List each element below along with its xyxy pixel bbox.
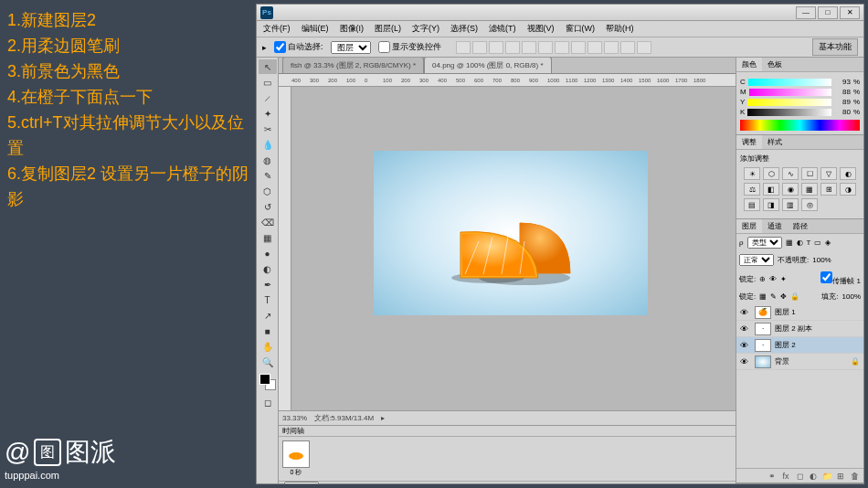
slider-m[interactable] [749, 89, 831, 96]
doc-tab-1[interactable]: fish @ 33.3% (图层 2, RGB/8/CMYK) * [282, 58, 424, 73]
zoom-level[interactable]: 33.33% [282, 414, 307, 422]
minimize-button[interactable]: — [796, 6, 816, 19]
adj-poster-icon[interactable]: ▤ [744, 198, 760, 211]
filter-smart-icon[interactable]: ◈ [825, 239, 831, 247]
menu-filter[interactable]: 滤镜(T) [486, 21, 519, 37]
eraser-tool[interactable]: ⌫ [259, 215, 277, 229]
new-layer-icon[interactable]: ⊞ [835, 471, 846, 482]
loop-select[interactable]: 永远 [284, 482, 319, 483]
slider-y[interactable] [747, 99, 831, 106]
blend-mode[interactable]: 正常 [739, 254, 774, 266]
visibility-icon[interactable]: 👁 [740, 357, 751, 366]
tween-button[interactable]: ⟳ [405, 483, 418, 484]
distribute-icon[interactable] [604, 41, 619, 54]
menu-layer[interactable]: 图层(L) [372, 21, 404, 37]
adj-levels-icon[interactable]: ⬡ [763, 167, 779, 180]
unify-style-icon[interactable]: ✦ [780, 275, 787, 283]
frame-1[interactable]: 0 秒 [282, 440, 310, 477]
move-tool[interactable]: ↖ [259, 59, 277, 74]
group-icon[interactable]: 📁 [821, 471, 832, 482]
auto-select-target[interactable]: 图层 [331, 41, 371, 54]
frame-duration[interactable]: 0 秒 [282, 468, 310, 477]
adj-selective-icon[interactable]: ◎ [801, 198, 818, 211]
opacity-value[interactable]: 100% [812, 256, 831, 264]
menu-file[interactable]: 文件(F) [260, 21, 293, 37]
layer-row[interactable]: 👁🍊图层 1 [736, 304, 863, 321]
layer-row[interactable]: 👁·图层 2 [736, 337, 863, 354]
menu-help[interactable]: 帮助(H) [603, 21, 637, 37]
visibility-icon[interactable]: 👁 [740, 341, 751, 350]
dodge-tool[interactable]: ◐ [259, 261, 277, 276]
layer-filter[interactable]: 类型 [747, 237, 782, 249]
next-frame-button[interactable]: ▶ [372, 483, 385, 484]
last-frame-button[interactable]: ⏭ [388, 483, 401, 484]
adj-curves-icon[interactable]: ∿ [782, 167, 799, 180]
tab-layers[interactable]: 图层 [736, 219, 762, 233]
play-button[interactable]: ▶ [355, 483, 368, 484]
menu-select[interactable]: 选择(S) [448, 21, 481, 37]
canvas[interactable] [291, 87, 736, 410]
distribute-icon[interactable] [555, 41, 569, 54]
fill-layer-icon[interactable]: ◐ [808, 471, 819, 482]
layer-row[interactable]: 👁·图层 2 副本 [736, 321, 863, 337]
path-tool[interactable]: ↗ [259, 308, 277, 323]
layer-row[interactable]: 👁背景🔒 [736, 354, 863, 370]
maximize-button[interactable]: □ [818, 6, 838, 19]
type-tool[interactable]: T [259, 292, 277, 307]
align-icon[interactable] [489, 41, 503, 54]
doc-tab-2[interactable]: 04.png @ 100% (图层 0, RGB/8) * [424, 58, 552, 73]
distribute-icon[interactable] [620, 41, 635, 54]
lock-pos-icon[interactable]: ✥ [780, 292, 787, 301]
align-icon[interactable] [505, 41, 520, 54]
stamp-tool[interactable]: ⬡ [259, 184, 277, 198]
gradient-tool[interactable]: ▦ [259, 230, 277, 245]
align-icon[interactable] [522, 41, 536, 54]
layer-name[interactable]: 图层 2 副本 [775, 324, 812, 334]
first-frame-button[interactable]: ⏮ [323, 483, 335, 484]
hand-tool[interactable]: ✋ [259, 339, 277, 354]
lock-trans-icon[interactable]: ▦ [759, 292, 767, 301]
link-icon[interactable]: ⚭ [767, 471, 778, 482]
adj-mixer-icon[interactable]: ▦ [801, 183, 818, 196]
tab-channels[interactable]: 通道 [762, 219, 788, 233]
layer-name[interactable]: 图层 2 [775, 340, 796, 350]
adj-exposure-icon[interactable]: ☐ [801, 167, 818, 180]
workspace-switcher[interactable]: 基本功能 [812, 38, 858, 56]
filter-adj-icon[interactable]: ◐ [797, 239, 803, 247]
menu-image[interactable]: 图像(I) [337, 21, 367, 37]
fg-color[interactable] [259, 374, 270, 385]
slider-c[interactable] [748, 79, 831, 86]
propagate-check[interactable] [820, 271, 832, 283]
quickmask-tool[interactable]: ◻ [259, 395, 277, 409]
spectrum-bar[interactable] [740, 120, 860, 131]
trash-icon[interactable]: 🗑 [849, 471, 860, 482]
align-icon[interactable] [538, 41, 553, 54]
prev-frame-button[interactable]: ◀ [339, 483, 352, 484]
adj-vibrance-icon[interactable]: ▽ [820, 167, 837, 180]
fill-value[interactable]: 100% [842, 292, 861, 301]
fx-icon[interactable]: fx [780, 471, 791, 482]
unify-pos-icon[interactable]: ⊕ [759, 275, 766, 283]
unify-vis-icon[interactable]: 👁 [769, 275, 777, 283]
slider-k[interactable] [747, 109, 831, 116]
distribute-icon[interactable] [571, 41, 586, 54]
delete-frame-button[interactable]: 🗑 [438, 483, 450, 484]
menu-type[interactable]: 文字(Y) [409, 21, 442, 37]
color-swatches[interactable] [259, 374, 276, 390]
menu-view[interactable]: 视图(V) [524, 21, 557, 37]
distribute-icon[interactable] [637, 41, 651, 54]
heal-tool[interactable]: ◍ [259, 153, 277, 167]
distribute-icon[interactable] [587, 41, 602, 54]
lasso-tool[interactable]: ⟋ [259, 90, 277, 105]
tab-swatches[interactable]: 色板 [762, 58, 788, 71]
new-frame-button[interactable]: ⊞ [421, 483, 434, 484]
adj-bw-icon[interactable]: ◧ [763, 183, 779, 196]
filter-type-icon[interactable]: T [807, 239, 811, 247]
eyedropper-tool[interactable]: 💧 [259, 137, 277, 152]
adj-invert-icon[interactable]: ◑ [840, 183, 856, 196]
history-brush-tool[interactable]: ↺ [259, 199, 277, 214]
lock-all-icon[interactable]: 🔒 [790, 292, 799, 301]
pen-tool[interactable]: ✒ [259, 277, 277, 292]
adj-hue-icon[interactable]: ◐ [840, 167, 856, 180]
adj-threshold-icon[interactable]: ◨ [763, 198, 779, 211]
